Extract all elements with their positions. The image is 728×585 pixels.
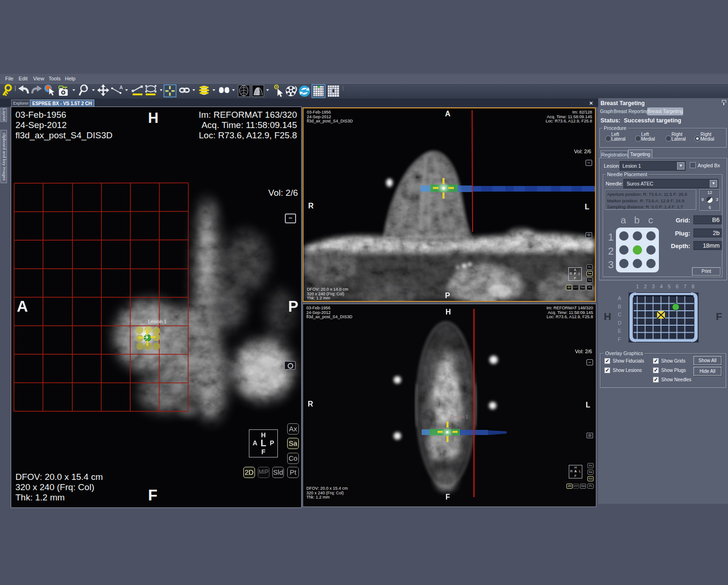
svg-text:Lesion 1: Lesion 1 <box>451 414 468 420</box>
svg-text:A: A <box>120 85 123 90</box>
svg-text:Lesion 1: Lesion 1 <box>148 319 167 324</box>
